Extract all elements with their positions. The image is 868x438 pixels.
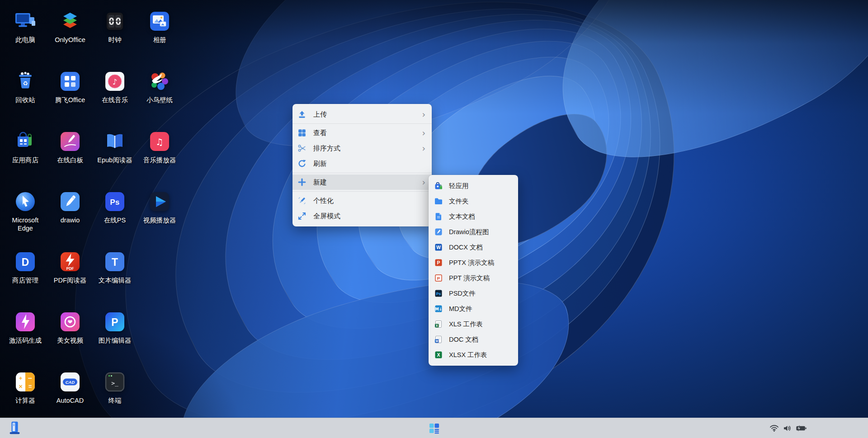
desktop-icon-app-store[interactable]: 应用商店 xyxy=(4,130,47,164)
svg-text:X: X xyxy=(437,352,440,358)
submenu-item-label: 文本文档 xyxy=(449,212,475,221)
psd-file-icon: Ps xyxy=(434,289,443,298)
taskbar-start-button[interactable] xyxy=(6,419,24,437)
desktop-icon-label: 激活码生成 xyxy=(9,336,42,344)
submenu-item-label: XLS 工作表 xyxy=(449,320,483,329)
menu-separator xyxy=(292,173,432,173)
beauty-video-icon xyxy=(59,311,81,333)
view-grid-icon xyxy=(297,128,307,137)
svg-text:♫: ♫ xyxy=(156,137,164,147)
submenu-item-label: DOC 文档 xyxy=(449,335,478,344)
submenu-item-docx-file[interactable]: WDOCX 文档 xyxy=(429,240,518,255)
edge-icon xyxy=(14,190,37,213)
desktop-icon-pdf-reader[interactable]: PDFPDF阅读器 xyxy=(48,250,92,284)
desktop-icon-clock[interactable]: 00时钟 xyxy=(93,10,137,44)
chevron-right-icon: › xyxy=(422,144,425,153)
image-editor-icon: P xyxy=(104,311,126,333)
svg-text:=: = xyxy=(28,383,32,390)
submenu-item-doc-file[interactable]: WDOC 文档 xyxy=(429,332,518,347)
desktop-icon-label: 计算器 xyxy=(15,396,35,405)
submenu-item-ppt-file[interactable]: PPPT 演示文稿 xyxy=(429,270,518,286)
submenu-item-psd-file[interactable]: PsPSD文件 xyxy=(429,286,518,301)
desktop-icon-epub-reader[interactable]: Epub阅读器 xyxy=(93,130,137,164)
autocad-icon: CAD xyxy=(59,371,81,393)
desktop-icon-autocad[interactable]: CADAutoCAD xyxy=(48,371,92,405)
desktop-icon-label: 文本编辑器 xyxy=(99,276,132,284)
battery-charging-icon[interactable] xyxy=(796,425,807,431)
tengfei-office-icon xyxy=(59,70,81,93)
desktop-surface[interactable]: 此电脑OnlyOffice00时钟相册♻回收站腾飞Office♪在线音乐小鸟壁纸… xyxy=(0,0,868,438)
context-menu-item-label: 刷新 xyxy=(313,160,327,168)
sort-icon xyxy=(297,144,307,153)
volume-icon[interactable] xyxy=(783,425,792,432)
context-menu-item-refresh[interactable]: 刷新 xyxy=(292,156,432,171)
desktop-icon-label: 图片编辑器 xyxy=(99,336,132,344)
desktop-icon-text-editor[interactable]: T文本编辑器 xyxy=(93,250,137,284)
desktop-icon-this-pc[interactable]: 此电脑 xyxy=(4,10,47,44)
submenu-item-pptx-file[interactable]: PPPTX 演示文稿 xyxy=(429,255,518,270)
desktop-icon-label: Epub阅读器 xyxy=(97,156,132,164)
chevron-right-icon: › xyxy=(422,129,425,137)
folder-icon xyxy=(434,197,443,206)
desktop-icon-store-manager[interactable]: D商店管理 xyxy=(4,250,47,284)
desktop-icon-recycle-bin[interactable]: ♻回收站 xyxy=(4,70,47,104)
submenu-item-folder[interactable]: 文件夹 xyxy=(429,193,518,209)
submenu-item-xlsx-file[interactable]: XXLSX 工作表 xyxy=(429,347,518,363)
submenu-item-label: PPT 演示文稿 xyxy=(449,274,490,283)
desktop-icon-music-player[interactable]: ♫音乐播放器 xyxy=(138,130,181,164)
submenu-item-label: 文件夹 xyxy=(449,197,469,206)
svg-text:W: W xyxy=(436,245,441,250)
fullscreen-icon xyxy=(297,212,307,221)
submenu-item-light-app[interactable]: 轻应用 xyxy=(429,178,518,193)
desktop-icon-whiteboard[interactable]: 在线白板 xyxy=(48,130,92,164)
desktop-icon-label: 腾飞Office xyxy=(55,96,85,104)
refresh-icon xyxy=(297,159,307,168)
wifi-icon[interactable] xyxy=(769,424,779,432)
xlsx-file-icon: X xyxy=(434,350,443,359)
submenu-item-drawio-file[interactable]: Drawio流程图 xyxy=(429,224,518,240)
submenu-item-label: 轻应用 xyxy=(449,182,469,190)
desktop-icon-label: PDF阅读器 xyxy=(54,276,87,284)
desktop-icon-calculator[interactable]: +×−=计算器 xyxy=(4,371,47,405)
activation-code-icon xyxy=(14,311,37,333)
desktop-icon-label: 时钟 xyxy=(108,36,122,44)
desktop-icon-drawio[interactable]: drawio xyxy=(48,190,92,224)
chevron-right-icon: › xyxy=(422,178,425,187)
docx-file-icon: W xyxy=(434,243,443,252)
desktop-icon-tengfei-office[interactable]: 腾飞Office xyxy=(48,70,92,104)
desktop-icon-video-player[interactable]: 视频播放器 xyxy=(138,190,181,224)
submenu-item-md-file[interactable]: M↓MD文件 xyxy=(429,301,518,316)
desktop-icon-activation-code[interactable]: 激活码生成 xyxy=(4,311,47,344)
desktop-icon-image-editor[interactable]: P图片编辑器 xyxy=(93,311,137,344)
upload-icon xyxy=(297,110,307,119)
desktop-icon-online-ps[interactable]: Ps在线PS xyxy=(93,190,137,224)
desktop-icon-label: 回收站 xyxy=(15,96,35,104)
taskbar-app-launcher-button[interactable] xyxy=(425,419,443,437)
desktop-icon-beauty-video[interactable]: 美女视频 xyxy=(48,311,92,344)
context-menu-item-sort[interactable]: 排序方式› xyxy=(292,141,432,156)
desktop-icon-online-music[interactable]: ♪在线音乐 xyxy=(93,70,137,104)
context-menu-item-fullscreen[interactable]: 全屏模式 xyxy=(292,208,432,224)
context-menu-item-personalize[interactable]: 个性化 xyxy=(292,193,432,208)
submenu-item-xls-file[interactable]: XXLS 工作表 xyxy=(429,316,518,332)
desktop-icon-onlyoffice[interactable]: OnlyOffice xyxy=(48,10,92,44)
submenu-item-label: DOCX 文档 xyxy=(449,243,483,252)
svg-text:P: P xyxy=(437,260,440,265)
this-pc-icon xyxy=(14,10,37,33)
system-tray xyxy=(769,424,807,432)
desktop-icon-terminal[interactable]: >_终端 xyxy=(93,371,137,405)
context-menu-item-new-plus[interactable]: 新建› xyxy=(292,174,432,190)
desktop-icon-bird-wallpaper[interactable]: 小鸟壁纸 xyxy=(138,70,181,104)
context-menu-item-view-grid[interactable]: 查看› xyxy=(292,125,432,141)
context-menu-item-label: 查看 xyxy=(313,129,327,137)
desktop-icon-label: Microsoft Edge xyxy=(4,216,47,232)
context-menu-item-upload[interactable]: 上传› xyxy=(292,107,432,122)
svg-text:>_: >_ xyxy=(111,380,118,386)
text-editor-icon: T xyxy=(104,250,126,273)
desktop-icon-edge[interactable]: Microsoft Edge xyxy=(4,190,47,232)
desktop-icon-grid: 此电脑OnlyOffice00时钟相册♻回收站腾飞Office♪在线音乐小鸟壁纸… xyxy=(4,0,221,416)
svg-text:Ps: Ps xyxy=(436,292,441,296)
doc-file-icon: W xyxy=(434,335,443,344)
desktop-icon-photo-album[interactable]: 相册 xyxy=(138,10,181,44)
submenu-item-text-file[interactable]: 文本文档 xyxy=(429,209,518,224)
